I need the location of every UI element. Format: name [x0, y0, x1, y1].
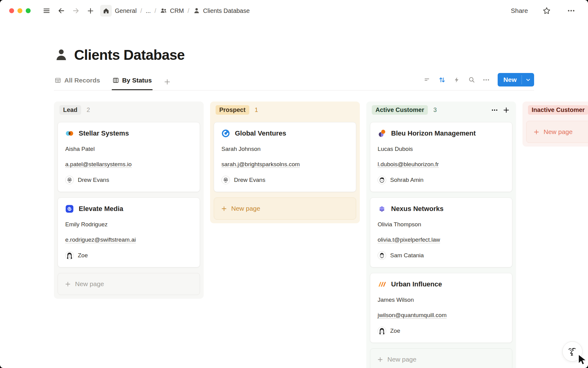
breadcrumb-label: ... [146, 7, 151, 14]
avatar-sam-catania [378, 251, 386, 260]
forward-arrow-icon[interactable] [71, 6, 81, 16]
column-count: 3 [433, 106, 437, 113]
new-page-button[interactable]: New page [214, 197, 356, 220]
column-title-badge[interactable]: Lead [59, 105, 81, 115]
tab-all-records[interactable]: All Records [54, 77, 101, 90]
new-page-button[interactable]: New page [526, 121, 588, 143]
views-row: All Records By Status [54, 73, 534, 90]
column-count: 2 [87, 106, 90, 113]
avatar-zoe [65, 251, 74, 260]
view-more-icon[interactable] [480, 74, 493, 86]
tabs-divider [54, 90, 534, 90]
column-prospect: Prospect1Global VenturesSarah Johnsonsar… [210, 102, 360, 223]
topbar-actions: Share [509, 5, 579, 16]
column-title-badge[interactable]: Active Customer [372, 105, 428, 115]
minimize-button[interactable] [17, 8, 22, 13]
new-button-label: New [498, 73, 522, 86]
contact-email-row: jwilson@quantumquill.com [378, 312, 505, 319]
breadcrumb: General / ... / CRM / Clients Database [115, 7, 250, 14]
window-more-icon[interactable] [566, 5, 577, 16]
kanban-board: Lead2Stellar SystemsAisha Patela.patel@s… [54, 102, 588, 368]
column-count: 1 [255, 106, 258, 113]
contact-email-link[interactable]: a.patel@stellarsystems.io [65, 161, 132, 167]
breadcrumb-item-crm[interactable]: CRM [160, 7, 184, 14]
company-name: Nexus Networks [391, 205, 443, 213]
breadcrumb-label: CRM [170, 7, 184, 14]
contact-email-link[interactable]: l.dubois@bleuhorizon.fr [378, 161, 439, 167]
chevron-down-icon[interactable] [522, 73, 534, 86]
owner-row: Zoe [378, 327, 505, 335]
lightning-icon[interactable] [450, 74, 463, 86]
doodle-face-button[interactable] [562, 341, 582, 362]
contact-email-link[interactable]: jwilson@quantumquill.com [378, 312, 447, 318]
owner-row: Sam Catania [378, 251, 505, 260]
owner-name: Sohrab Amin [390, 177, 424, 183]
card-title-row: Stellar Systems [65, 129, 192, 138]
client-card[interactable]: Elevate MediaEmily Rodrigueze.rodriguez@… [58, 197, 200, 267]
page-header: Clients Database [54, 47, 588, 63]
filter-icon[interactable] [421, 74, 434, 86]
search-icon[interactable] [465, 74, 478, 86]
card-title-row: Nexus Networks [378, 205, 505, 213]
back-arrow-icon[interactable] [56, 6, 66, 16]
sidebar-menu-icon[interactable] [41, 6, 52, 16]
column-add-icon[interactable] [502, 106, 511, 114]
new-page-button[interactable]: New page [58, 273, 200, 295]
view-toolbar: New [421, 73, 534, 86]
owner-row: Drew Evans [221, 176, 349, 184]
column-title-badge[interactable]: Inactive Customer [528, 105, 588, 115]
new-page-label: New page [75, 280, 104, 288]
owner-name: Drew Evans [78, 177, 109, 183]
favorite-star-icon[interactable] [541, 5, 552, 16]
company-name: Urban Influence [391, 280, 442, 288]
client-card[interactable]: Global VenturesSarah Johnsonsarah.j@brig… [214, 122, 356, 192]
share-button[interactable]: Share [509, 7, 530, 15]
client-card[interactable]: Nexus NetworksOlivia Thompsonolivia.t@pi… [370, 197, 512, 267]
breadcrumb-item-ellipsis[interactable]: ... [146, 7, 151, 14]
breadcrumb-item-current-page[interactable]: Clients Database [193, 7, 250, 14]
breadcrumb-label: Clients Database [203, 7, 250, 14]
column-title-badge[interactable]: Prospect [216, 105, 249, 115]
home-icon[interactable] [100, 5, 112, 17]
tab-label: By Status [122, 77, 152, 84]
card-title-row: Global Ventures [221, 129, 349, 138]
add-view-icon[interactable] [164, 78, 171, 90]
client-card[interactable]: Urban InfluenceJames Wilsonjwilson@quant… [370, 273, 512, 343]
contact-name: James Wilson [378, 297, 505, 303]
close-button[interactable] [9, 8, 14, 13]
company-name: Stellar Systems [79, 129, 129, 137]
client-card[interactable]: Bleu Horizon ManagementLucas Duboisl.dub… [370, 122, 512, 192]
swirl-circle-logo [221, 129, 230, 138]
board-icon [112, 77, 119, 84]
client-card[interactable]: Stellar SystemsAisha Patela.patel@stella… [58, 122, 200, 192]
contact-email-link[interactable]: sarah.j@brightsparksolns.com [221, 161, 300, 167]
contact-email-link[interactable]: e.rodriguez@swiftstream.ai [65, 236, 136, 243]
new-tab-plus-icon[interactable] [85, 6, 96, 16]
new-page-label: New page [387, 356, 417, 363]
contact-email-row: l.dubois@bleuhorizon.fr [378, 161, 505, 168]
view-tabs: All Records By Status [54, 77, 171, 90]
column-header: Active Customer3 [370, 105, 512, 115]
tab-by-status[interactable]: By Status [112, 77, 153, 90]
zoom-button[interactable] [26, 8, 31, 13]
new-page-button[interactable]: New page [370, 348, 512, 368]
contact-email-row: sarah.j@brightsparksolns.com [221, 161, 349, 168]
contact-email-link[interactable]: olivia.t@pixelperfect.law [378, 236, 440, 243]
venn-circles-logo [65, 129, 74, 138]
page-title[interactable]: Clients Database [74, 47, 185, 63]
owner-row: Zoe [65, 251, 192, 260]
breadcrumb-separator: / [188, 7, 190, 14]
plus-icon [533, 129, 540, 135]
page-person-icon[interactable] [54, 48, 69, 62]
column-inactive-customer: Inactive CustomerNew page [522, 102, 588, 147]
orbit-pie-logo [378, 129, 386, 138]
column-more-icon[interactable] [490, 106, 499, 114]
new-button[interactable]: New [498, 73, 534, 86]
breadcrumb-item-general[interactable]: General [115, 7, 137, 14]
window-topbar: General / ... / CRM / Clients Database S… [0, 0, 588, 21]
avatar-zoe [378, 327, 386, 335]
owner-name: Drew Evans [234, 177, 265, 183]
owner-name: Zoe [390, 328, 400, 334]
sort-icon[interactable] [436, 74, 449, 86]
owner-name: Zoe [78, 252, 88, 259]
